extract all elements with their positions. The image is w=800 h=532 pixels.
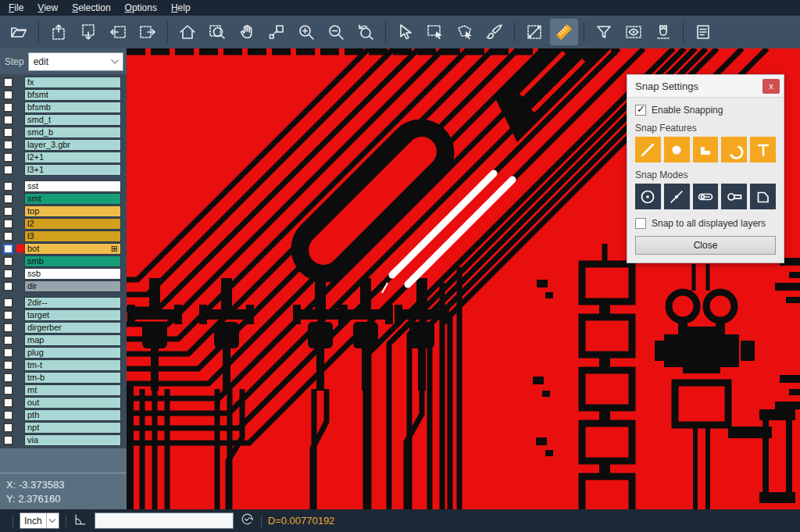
angle-measure-icon[interactable] bbox=[73, 512, 88, 530]
layer-visibility-checkbox[interactable] bbox=[3, 256, 13, 266]
view-options-icon[interactable] bbox=[620, 19, 648, 45]
layer-visibility-checkbox[interactable] bbox=[3, 102, 13, 112]
layer-color-bar[interactable]: tm-t bbox=[24, 359, 121, 371]
layer-visibility-checkbox[interactable] bbox=[3, 281, 13, 291]
menu-view[interactable]: View bbox=[30, 1, 65, 15]
layer-color-bar[interactable]: smd_b bbox=[24, 127, 121, 138]
select-rectangle-icon[interactable] bbox=[421, 19, 449, 45]
zoom-in-icon[interactable] bbox=[292, 19, 320, 45]
layer-visibility-checkbox[interactable] bbox=[3, 298, 13, 308]
layer-visibility-checkbox[interactable] bbox=[3, 206, 13, 216]
command-input[interactable] bbox=[95, 512, 234, 529]
layer-color-bar[interactable]: bfsmb bbox=[24, 102, 121, 113]
snap-text-button[interactable] bbox=[750, 137, 776, 162]
select-brush-icon[interactable] bbox=[480, 19, 509, 45]
snap-line-button[interactable] bbox=[635, 137, 661, 162]
layer-visibility-checkbox[interactable] bbox=[3, 360, 13, 370]
layer-visibility-checkbox[interactable] bbox=[3, 90, 13, 100]
menu-selection[interactable]: Selection bbox=[65, 1, 117, 15]
layer-visibility-checkbox[interactable] bbox=[3, 310, 13, 320]
layer-visibility-checkbox[interactable] bbox=[3, 244, 13, 254]
snap-profile-button[interactable] bbox=[750, 184, 776, 209]
layer-visibility-checkbox[interactable] bbox=[3, 127, 13, 137]
layer-color-bar[interactable]: sst bbox=[24, 180, 121, 192]
layer-color-bar[interactable]: l3 bbox=[24, 230, 121, 242]
snap-point-on-line-button[interactable] bbox=[664, 184, 690, 209]
step-select[interactable]: edit bbox=[28, 52, 123, 71]
menu-help[interactable]: Help bbox=[164, 1, 198, 15]
layer-color-bar[interactable]: ssb bbox=[24, 268, 121, 280]
snap-slot-center-button[interactable] bbox=[693, 184, 719, 209]
zoom-home-icon[interactable] bbox=[173, 19, 202, 45]
layer-color-bar[interactable]: tm-b bbox=[24, 372, 121, 384]
enable-snapping-checkbox[interactable] bbox=[635, 105, 646, 116]
layer-color-bar[interactable]: smb bbox=[24, 255, 121, 267]
layer-visibility-checkbox[interactable] bbox=[3, 435, 13, 445]
layer-visibility-checkbox[interactable] bbox=[3, 115, 13, 125]
layer-color-bar[interactable]: fx bbox=[24, 77, 121, 88]
layer-visibility-checkbox[interactable] bbox=[3, 152, 13, 162]
dialog-close-button[interactable]: x bbox=[762, 79, 780, 94]
layer-visibility-checkbox[interactable] bbox=[3, 335, 13, 345]
grid-icon[interactable]: ⊞ bbox=[111, 245, 118, 253]
layer-color-bar[interactable]: l2+1 bbox=[24, 152, 121, 163]
layer-visibility-checkbox[interactable] bbox=[3, 219, 13, 229]
measure-ruler-icon[interactable] bbox=[550, 19, 578, 45]
layer-color-bar[interactable]: target bbox=[24, 309, 121, 321]
pan-left-icon[interactable] bbox=[104, 19, 132, 45]
layer-visibility-checkbox[interactable] bbox=[3, 423, 13, 433]
layer-visibility-checkbox[interactable] bbox=[3, 398, 13, 408]
layer-visibility-checkbox[interactable] bbox=[3, 140, 13, 150]
layer-color-bar[interactable]: bfsmt bbox=[24, 89, 121, 101]
layer-visibility-checkbox[interactable] bbox=[3, 194, 13, 204]
layer-visibility-checkbox[interactable] bbox=[3, 231, 13, 241]
layer-visibility-checkbox[interactable] bbox=[3, 410, 13, 420]
snap-surface-button[interactable] bbox=[693, 137, 719, 162]
menu-file[interactable]: File bbox=[2, 1, 30, 15]
layer-color-bar[interactable]: layer_3.gbr bbox=[24, 139, 121, 151]
layer-visibility-checkbox[interactable] bbox=[3, 165, 13, 175]
snap-arc-button[interactable] bbox=[721, 137, 747, 162]
select-arrow-icon[interactable] bbox=[391, 19, 420, 45]
layer-color-bar[interactable]: dir bbox=[24, 280, 121, 292]
layer-color-bar[interactable]: mt bbox=[24, 384, 121, 396]
close-button[interactable]: Close bbox=[635, 236, 776, 255]
layer-color-bar[interactable]: plug bbox=[24, 347, 121, 359]
pan-hand-icon[interactable] bbox=[233, 19, 261, 45]
drag-view-icon[interactable] bbox=[262, 19, 291, 45]
zoom-out-icon[interactable] bbox=[322, 19, 350, 45]
layer-visibility-checkbox[interactable] bbox=[3, 385, 13, 395]
layer-color-bar[interactable]: map bbox=[24, 334, 121, 346]
refresh-check-icon[interactable] bbox=[240, 512, 255, 530]
menu-options[interactable]: Options bbox=[118, 1, 164, 15]
layer-visibility-checkbox[interactable] bbox=[3, 269, 13, 279]
layer-color-bar[interactable]: l3+1 bbox=[24, 164, 121, 176]
layer-visibility-checkbox[interactable] bbox=[3, 181, 13, 191]
zoom-previous-icon[interactable] bbox=[352, 19, 380, 45]
layer-color-bar[interactable]: pth bbox=[24, 409, 121, 421]
layer-color-bar[interactable]: smd_t bbox=[24, 114, 121, 126]
report-icon[interactable] bbox=[689, 19, 717, 45]
layer-color-bar[interactable]: smt bbox=[24, 193, 121, 205]
layer-color-bar[interactable]: npt bbox=[24, 422, 121, 434]
snap-magnet-icon[interactable] bbox=[649, 19, 677, 45]
select-polygon-icon[interactable] bbox=[451, 19, 479, 45]
zoom-window-icon[interactable] bbox=[203, 19, 231, 45]
layer-color-bar[interactable]: l2 bbox=[24, 218, 121, 230]
pan-right-icon[interactable] bbox=[134, 19, 162, 45]
measure-line-icon[interactable] bbox=[520, 19, 548, 45]
snap-center-button[interactable] bbox=[635, 184, 661, 209]
layer-visibility-checkbox[interactable] bbox=[3, 348, 13, 358]
snap-slot-end-button[interactable] bbox=[721, 184, 747, 209]
layer-color-bar[interactable]: dirgerber bbox=[24, 322, 121, 334]
layer-visibility-checkbox[interactable] bbox=[3, 323, 13, 333]
pan-down-icon[interactable] bbox=[74, 19, 102, 45]
layer-visibility-checkbox[interactable] bbox=[3, 77, 13, 87]
pan-up-icon[interactable] bbox=[45, 19, 73, 45]
layer-color-bar[interactable]: via bbox=[24, 434, 121, 446]
layer-color-bar[interactable]: 2dir-- bbox=[24, 297, 121, 309]
snap-all-layers-checkbox[interactable] bbox=[635, 218, 646, 229]
layer-color-bar[interactable]: bot⊞ bbox=[24, 243, 121, 255]
layer-color-bar[interactable]: out bbox=[24, 397, 121, 409]
layer-visibility-checkbox[interactable] bbox=[3, 373, 13, 383]
